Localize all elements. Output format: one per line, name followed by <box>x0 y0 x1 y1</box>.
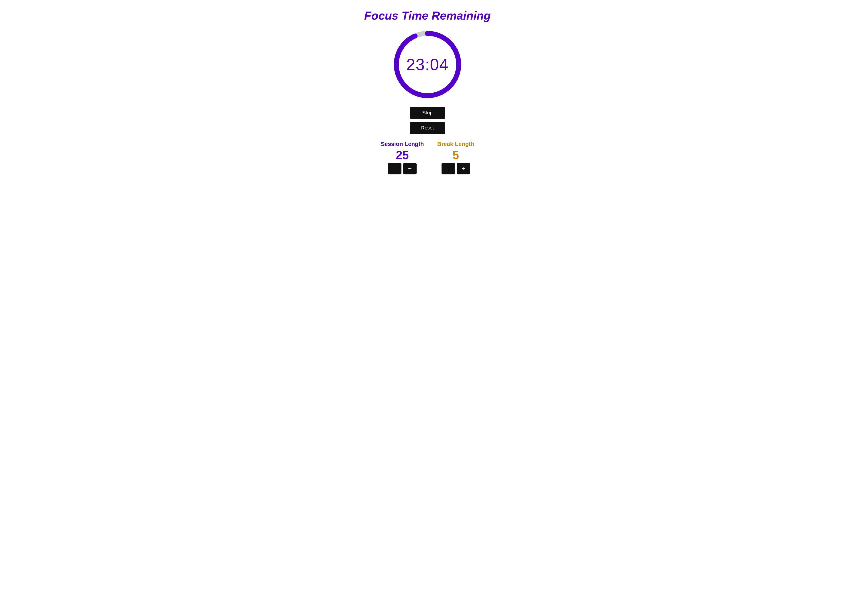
app-container: Focus Time Remaining 23:04 Stop Reset Se… <box>364 9 491 174</box>
timer-display: 23:04 <box>406 55 449 73</box>
buttons-container: Stop Reset <box>410 107 445 134</box>
stop-button[interactable]: Stop <box>410 107 445 119</box>
break-setting-group: Break Length 5 - + <box>437 141 474 174</box>
break-increment-button[interactable]: + <box>457 163 470 174</box>
break-length-value: 5 <box>452 149 459 162</box>
timer-circle: 23:04 <box>392 29 463 100</box>
page-title: Focus Time Remaining <box>364 9 491 22</box>
settings-container: Session Length 25 - + Break Length 5 - + <box>381 141 474 174</box>
session-increment-button[interactable]: + <box>403 163 417 174</box>
session-setting-group: Session Length 25 - + <box>381 141 424 174</box>
break-controls: - + <box>441 163 470 174</box>
session-length-label: Session Length <box>381 141 424 147</box>
reset-button[interactable]: Reset <box>410 122 445 134</box>
break-length-label: Break Length <box>437 141 474 147</box>
break-decrement-button[interactable]: - <box>441 163 455 174</box>
session-decrement-button[interactable]: - <box>388 163 401 174</box>
session-length-value: 25 <box>396 149 409 162</box>
session-controls: - + <box>388 163 417 174</box>
